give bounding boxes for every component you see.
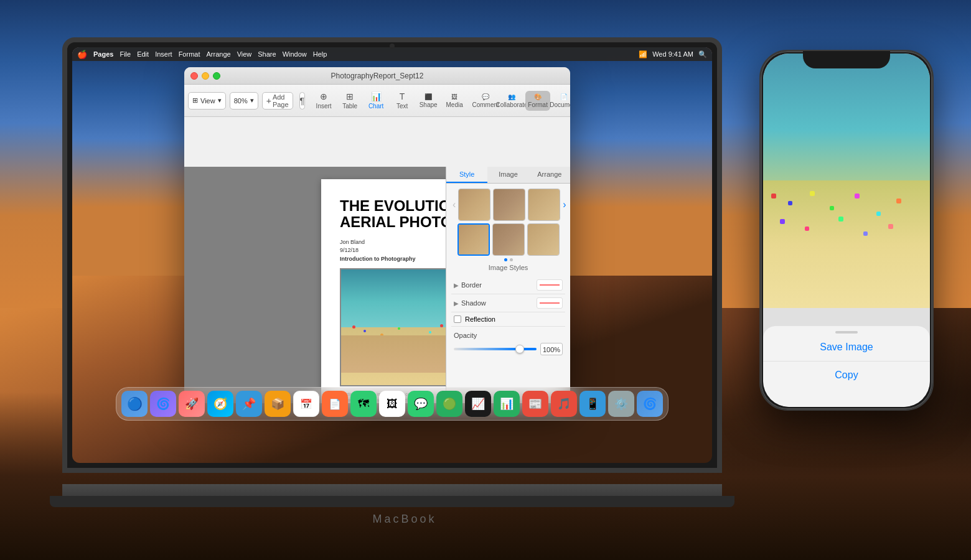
document-label: Document xyxy=(550,101,570,108)
opacity-controls: 100% xyxy=(454,343,563,355)
dock-preferences[interactable]: ⚙️ xyxy=(608,391,634,417)
text-icon: T xyxy=(400,91,405,101)
shadow-label: Shadow xyxy=(461,299,537,307)
style-grid-row1 xyxy=(458,189,560,221)
dock-messages[interactable]: 💬 xyxy=(408,391,434,417)
dock-stocks[interactable]: 📈 xyxy=(465,391,491,417)
arrange-menu[interactable]: Arrange xyxy=(206,50,230,58)
dock-notes[interactable]: 📦 xyxy=(265,391,291,417)
dock-calendar[interactable]: 📅 xyxy=(293,391,319,417)
os-menubar-items: 🍎 Pages File Edit Insert Format Arrange … xyxy=(77,50,327,59)
apple-menu[interactable]: 🍎 xyxy=(77,50,87,59)
comment-toolbar-item[interactable]: 💬 Comment xyxy=(473,91,498,111)
reflection-row[interactable]: Reflection xyxy=(451,312,565,327)
dock-news[interactable]: 📰 xyxy=(522,391,548,417)
paragraph-button[interactable]: ¶ xyxy=(299,92,306,110)
table-toolbar-item[interactable]: ⊞ Table xyxy=(337,89,362,112)
text-toolbar-item[interactable]: T Text xyxy=(390,89,415,112)
view-select[interactable]: ⊞ View ▾ xyxy=(188,92,226,110)
help-menu[interactable]: Help xyxy=(313,50,327,58)
share-menu[interactable]: Share xyxy=(258,50,276,58)
style-thumb-3[interactable] xyxy=(528,189,560,221)
arrange-tab[interactable]: Arrange xyxy=(529,167,570,183)
style-thumb-1[interactable] xyxy=(458,189,490,221)
style-grid-row2-container xyxy=(451,223,565,256)
media-toolbar-item[interactable]: 🖼 Media xyxy=(442,91,467,111)
chart-label: Chart xyxy=(368,103,383,110)
document-toolbar-item[interactable]: 📄 Document xyxy=(551,91,570,111)
dock-launchpad[interactable]: 🚀 xyxy=(179,391,205,417)
opacity-value[interactable]: 100% xyxy=(540,343,563,355)
reflection-checkbox[interactable] xyxy=(454,315,461,323)
opacity-slider-thumb[interactable] xyxy=(515,345,524,353)
edit-menu[interactable]: Edit xyxy=(137,50,149,58)
dock-finder2[interactable]: 🌀 xyxy=(637,391,663,417)
format-menu[interactable]: Format xyxy=(179,50,200,58)
dock-pages[interactable]: 📄 xyxy=(322,391,348,417)
style-thumb-inner-6 xyxy=(528,224,559,255)
style-thumb-2[interactable] xyxy=(493,189,525,221)
style-thumb-inner-2 xyxy=(494,189,525,220)
aerial-photo-image[interactable] xyxy=(340,268,455,386)
document-subtitle: Introduction to Photography xyxy=(340,256,415,262)
maximize-button[interactable] xyxy=(213,72,220,80)
launchpad-icon: 🚀 xyxy=(185,397,199,411)
border-arrow-icon: ▶ xyxy=(454,282,459,289)
insert-icon: ⊕ xyxy=(320,91,327,101)
dock-mail[interactable]: 📌 xyxy=(236,391,262,417)
search-icon[interactable]: 🔍 xyxy=(698,50,707,58)
plus-icon: + xyxy=(266,96,271,106)
format-icon: 🎨 xyxy=(534,93,542,100)
copy-button[interactable]: Copy xyxy=(763,362,930,389)
style-thumb-4[interactable] xyxy=(457,223,490,256)
finder-icon: 🔵 xyxy=(127,396,143,411)
style-dot-2 xyxy=(510,258,513,261)
dock-finder[interactable]: 🔵 xyxy=(121,391,148,417)
media-label: Media xyxy=(446,101,462,108)
border-color-swatch[interactable] xyxy=(537,279,563,291)
facetime-icon: 🟢 xyxy=(443,397,456,411)
style-thumb-5[interactable] xyxy=(492,223,525,256)
format-toolbar-item[interactable]: 🎨 Format xyxy=(525,91,550,111)
style-nav-next[interactable]: › xyxy=(561,199,567,210)
minimize-button[interactable] xyxy=(202,72,209,80)
border-row[interactable]: ▶ Border xyxy=(451,276,565,294)
style-thumb-6[interactable] xyxy=(527,223,560,256)
pages-menu-app[interactable]: Pages xyxy=(93,50,113,58)
iphone-screen: Save Image Copy xyxy=(763,54,930,407)
macbook-device: 🍎 Pages File Edit Insert Format Arrange … xyxy=(62,37,747,535)
dock-appstore[interactable]: 📱 xyxy=(579,391,606,417)
dock-photos[interactable]: 🖼 xyxy=(379,391,405,417)
shape-icon: ⬛ xyxy=(425,93,432,100)
style-nav-area: ‹ xyxy=(451,189,565,256)
view-menu[interactable]: View xyxy=(237,50,252,58)
window-menu[interactable]: Window xyxy=(283,50,307,58)
insert-toolbar-item[interactable]: ⊕ Insert xyxy=(311,89,336,112)
dock-facetime[interactable]: 🟢 xyxy=(436,391,462,417)
inspector-tabs: Style Image Arrange xyxy=(446,167,570,184)
zoom-select[interactable]: 80% ▾ xyxy=(230,92,258,110)
maps-icon: 🗺 xyxy=(358,398,369,411)
style-thumb-inner-4 xyxy=(459,225,489,254)
style-tab[interactable]: Style xyxy=(446,167,487,183)
add-page-button[interactable]: + Add Page xyxy=(262,92,293,110)
insert-menu[interactable]: Insert xyxy=(155,50,172,58)
table-label: Table xyxy=(342,103,357,110)
dock-siri[interactable]: 🌀 xyxy=(150,391,176,417)
shadow-row[interactable]: ▶ Shadow xyxy=(451,294,565,312)
style-nav-prev[interactable]: ‹ xyxy=(451,199,457,210)
save-image-button[interactable]: Save Image xyxy=(763,334,930,362)
dock-numbers[interactable]: 📊 xyxy=(494,391,520,417)
opacity-slider[interactable] xyxy=(454,348,537,350)
collaborate-toolbar-item[interactable]: 👥 Collaborate xyxy=(499,91,524,111)
dock-maps[interactable]: 🗺 xyxy=(350,391,377,417)
shape-toolbar-item[interactable]: ⬛ Shape xyxy=(416,91,441,111)
file-menu[interactable]: File xyxy=(120,50,131,58)
macbook-foot xyxy=(50,496,734,507)
dock-music[interactable]: 🎵 xyxy=(551,391,577,417)
image-tab[interactable]: Image xyxy=(487,167,528,183)
dock-safari[interactable]: 🧭 xyxy=(207,391,233,417)
chart-toolbar-item[interactable]: 📊 Chart xyxy=(364,89,388,112)
shadow-color-swatch[interactable] xyxy=(537,297,563,309)
close-button[interactable] xyxy=(190,72,198,80)
